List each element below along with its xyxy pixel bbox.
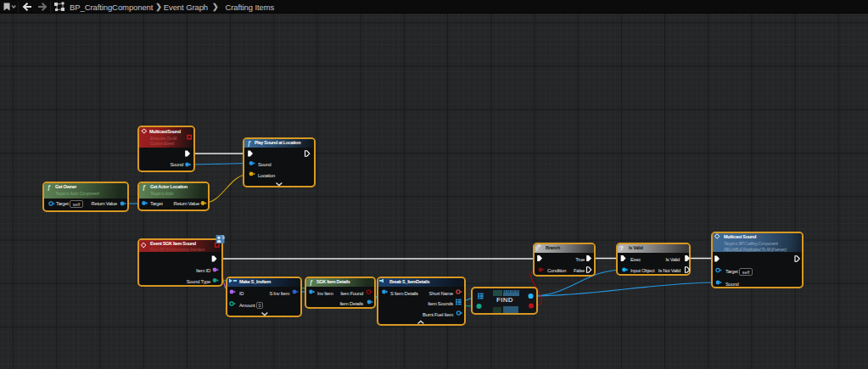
svg-text:?: ? bbox=[619, 244, 624, 252]
svg-text:ƒ: ƒ bbox=[310, 278, 313, 286]
svg-text:ƒ: ƒ bbox=[48, 183, 51, 191]
svg-text:ƒ: ƒ bbox=[248, 139, 251, 147]
svg-text:ƒ: ƒ bbox=[143, 183, 146, 191]
